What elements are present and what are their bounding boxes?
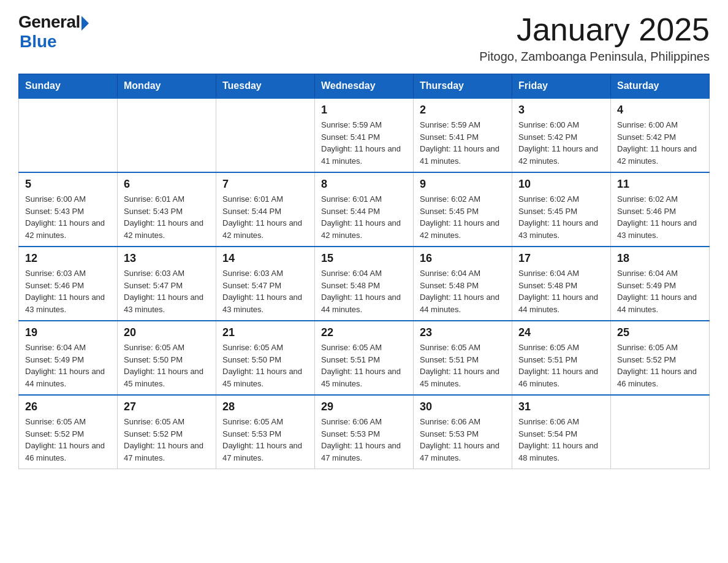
day-number: 24	[518, 326, 604, 339]
day-info: Sunrise: 6:04 AMSunset: 5:49 PMDaylight:…	[617, 267, 703, 315]
calendar-cell: 6Sunrise: 6:01 AMSunset: 5:43 PMDaylight…	[118, 172, 216, 247]
day-number: 14	[222, 252, 308, 265]
day-number: 5	[25, 178, 111, 191]
week-row-5: 26Sunrise: 6:05 AMSunset: 5:52 PMDayligh…	[19, 395, 710, 469]
calendar-cell: 18Sunrise: 6:04 AMSunset: 5:49 PMDayligh…	[611, 247, 710, 321]
day-number: 29	[321, 400, 407, 413]
day-info: Sunrise: 6:06 AMSunset: 5:53 PMDaylight:…	[420, 416, 506, 464]
calendar-cell: 10Sunrise: 6:02 AMSunset: 5:45 PMDayligh…	[512, 172, 611, 247]
day-info: Sunrise: 6:00 AMSunset: 5:43 PMDaylight:…	[25, 193, 111, 241]
day-number: 12	[25, 252, 111, 265]
weekday-header-tuesday: Tuesday	[216, 74, 315, 99]
week-row-2: 5Sunrise: 6:00 AMSunset: 5:43 PMDaylight…	[19, 172, 710, 247]
logo-blue-text: Blue	[20, 32, 57, 52]
day-number: 1	[321, 104, 407, 117]
weekday-header-thursday: Thursday	[414, 74, 512, 99]
week-row-3: 12Sunrise: 6:03 AMSunset: 5:46 PMDayligh…	[19, 247, 710, 321]
calendar-cell: 20Sunrise: 6:05 AMSunset: 5:50 PMDayligh…	[118, 321, 216, 395]
day-info: Sunrise: 5:59 AMSunset: 5:41 PMDaylight:…	[420, 119, 506, 167]
day-number: 28	[222, 400, 308, 413]
calendar-cell: 29Sunrise: 6:06 AMSunset: 5:53 PMDayligh…	[315, 395, 414, 469]
day-number: 18	[617, 252, 703, 265]
day-number: 19	[25, 326, 111, 339]
weekday-header-wednesday: Wednesday	[315, 74, 414, 99]
day-number: 6	[124, 178, 210, 191]
day-number: 21	[222, 326, 308, 339]
day-number: 17	[518, 252, 604, 265]
day-number: 9	[420, 178, 506, 191]
title-area: January 2025 Pitogo, Zamboanga Peninsula…	[479, 12, 710, 64]
calendar-cell: 21Sunrise: 6:05 AMSunset: 5:50 PMDayligh…	[216, 321, 315, 395]
weekday-header-monday: Monday	[118, 74, 216, 99]
day-info: Sunrise: 6:00 AMSunset: 5:42 PMDaylight:…	[617, 119, 703, 167]
day-info: Sunrise: 6:05 AMSunset: 5:50 PMDaylight:…	[222, 342, 308, 389]
day-number: 11	[617, 178, 703, 191]
day-number: 7	[222, 178, 308, 191]
logo-general-text: General	[18, 12, 80, 32]
calendar-cell: 28Sunrise: 6:05 AMSunset: 5:53 PMDayligh…	[216, 395, 315, 469]
calendar-cell: 1Sunrise: 5:59 AMSunset: 5:41 PMDaylight…	[315, 98, 414, 172]
day-number: 30	[420, 400, 506, 413]
calendar-cell: 15Sunrise: 6:04 AMSunset: 5:48 PMDayligh…	[315, 247, 414, 321]
day-info: Sunrise: 6:05 AMSunset: 5:50 PMDaylight:…	[124, 342, 210, 389]
day-info: Sunrise: 6:01 AMSunset: 5:43 PMDaylight:…	[124, 193, 210, 241]
day-info: Sunrise: 6:05 AMSunset: 5:51 PMDaylight:…	[321, 342, 407, 389]
calendar-cell: 14Sunrise: 6:03 AMSunset: 5:47 PMDayligh…	[216, 247, 315, 321]
weekday-header-friday: Friday	[512, 74, 611, 99]
day-info: Sunrise: 6:02 AMSunset: 5:45 PMDaylight:…	[518, 193, 604, 241]
day-info: Sunrise: 6:03 AMSunset: 5:47 PMDaylight:…	[124, 267, 210, 315]
calendar-table: SundayMondayTuesdayWednesdayThursdayFrid…	[18, 74, 710, 469]
calendar-cell: 24Sunrise: 6:05 AMSunset: 5:51 PMDayligh…	[512, 321, 611, 395]
day-number: 20	[124, 326, 210, 339]
calendar-cell: 27Sunrise: 6:05 AMSunset: 5:52 PMDayligh…	[118, 395, 216, 469]
calendar-title: January 2025	[479, 12, 710, 47]
calendar-cell: 23Sunrise: 6:05 AMSunset: 5:51 PMDayligh…	[414, 321, 512, 395]
calendar-cell: 11Sunrise: 6:02 AMSunset: 5:46 PMDayligh…	[611, 172, 710, 247]
week-row-1: 1Sunrise: 5:59 AMSunset: 5:41 PMDaylight…	[19, 98, 710, 172]
calendar-cell: 19Sunrise: 6:04 AMSunset: 5:49 PMDayligh…	[19, 321, 118, 395]
week-row-4: 19Sunrise: 6:04 AMSunset: 5:49 PMDayligh…	[19, 321, 710, 395]
day-number: 27	[124, 400, 210, 413]
calendar-cell: 31Sunrise: 6:06 AMSunset: 5:54 PMDayligh…	[512, 395, 611, 469]
day-number: 3	[518, 104, 604, 117]
day-info: Sunrise: 6:06 AMSunset: 5:54 PMDaylight:…	[518, 416, 604, 464]
logo: General Blue	[18, 12, 89, 52]
day-info: Sunrise: 6:06 AMSunset: 5:53 PMDaylight:…	[321, 416, 407, 464]
calendar-cell	[611, 395, 710, 469]
calendar-cell: 13Sunrise: 6:03 AMSunset: 5:47 PMDayligh…	[118, 247, 216, 321]
day-number: 10	[518, 178, 604, 191]
day-number: 26	[25, 400, 111, 413]
day-info: Sunrise: 6:04 AMSunset: 5:49 PMDaylight:…	[25, 342, 111, 389]
day-info: Sunrise: 6:05 AMSunset: 5:53 PMDaylight:…	[222, 416, 308, 464]
day-number: 8	[321, 178, 407, 191]
day-info: Sunrise: 6:03 AMSunset: 5:46 PMDaylight:…	[25, 267, 111, 315]
calendar-cell: 7Sunrise: 6:01 AMSunset: 5:44 PMDaylight…	[216, 172, 315, 247]
calendar-cell: 25Sunrise: 6:05 AMSunset: 5:52 PMDayligh…	[611, 321, 710, 395]
day-info: Sunrise: 6:05 AMSunset: 5:51 PMDaylight:…	[518, 342, 604, 389]
calendar-cell: 2Sunrise: 5:59 AMSunset: 5:41 PMDaylight…	[414, 98, 512, 172]
day-info: Sunrise: 6:05 AMSunset: 5:52 PMDaylight:…	[124, 416, 210, 464]
day-number: 25	[617, 326, 703, 339]
day-info: Sunrise: 6:05 AMSunset: 5:52 PMDaylight:…	[617, 342, 703, 389]
page-header: General Blue January 2025 Pitogo, Zamboa…	[18, 12, 710, 64]
day-info: Sunrise: 6:01 AMSunset: 5:44 PMDaylight:…	[222, 193, 308, 241]
calendar-cell: 12Sunrise: 6:03 AMSunset: 5:46 PMDayligh…	[19, 247, 118, 321]
day-number: 23	[420, 326, 506, 339]
calendar-cell: 5Sunrise: 6:00 AMSunset: 5:43 PMDaylight…	[19, 172, 118, 247]
calendar-cell: 4Sunrise: 6:00 AMSunset: 5:42 PMDaylight…	[611, 98, 710, 172]
day-info: Sunrise: 6:04 AMSunset: 5:48 PMDaylight:…	[518, 267, 604, 315]
day-number: 4	[617, 104, 703, 117]
day-info: Sunrise: 6:04 AMSunset: 5:48 PMDaylight:…	[420, 267, 506, 315]
day-info: Sunrise: 6:00 AMSunset: 5:42 PMDaylight:…	[518, 119, 604, 167]
calendar-cell: 16Sunrise: 6:04 AMSunset: 5:48 PMDayligh…	[414, 247, 512, 321]
calendar-cell: 9Sunrise: 6:02 AMSunset: 5:45 PMDaylight…	[414, 172, 512, 247]
calendar-cell: 3Sunrise: 6:00 AMSunset: 5:42 PMDaylight…	[512, 98, 611, 172]
day-number: 31	[518, 400, 604, 413]
weekday-header-saturday: Saturday	[611, 74, 710, 99]
day-info: Sunrise: 6:05 AMSunset: 5:52 PMDaylight:…	[25, 416, 111, 464]
day-info: Sunrise: 6:05 AMSunset: 5:51 PMDaylight:…	[420, 342, 506, 389]
day-info: Sunrise: 6:03 AMSunset: 5:47 PMDaylight:…	[222, 267, 308, 315]
calendar-cell	[216, 98, 315, 172]
day-number: 2	[420, 104, 506, 117]
day-info: Sunrise: 6:02 AMSunset: 5:45 PMDaylight:…	[420, 193, 506, 241]
